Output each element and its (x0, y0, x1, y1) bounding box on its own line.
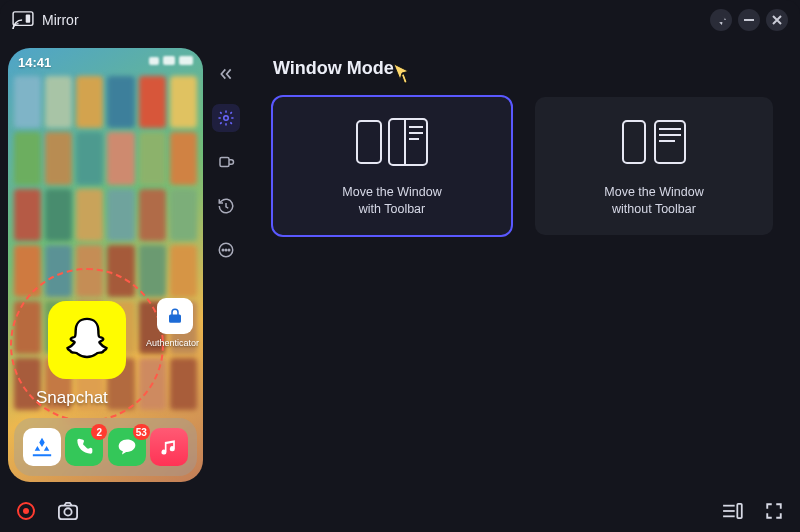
svg-rect-4 (220, 158, 229, 167)
with-toolbar-illustration (355, 114, 429, 170)
settings-title: Window Mode (273, 58, 774, 79)
app-title: Mirror (42, 12, 79, 28)
option-line2: with Toolbar (342, 201, 441, 218)
option-without-toolbar[interactable]: Move the Window without Toolbar (535, 97, 773, 235)
minimize-button[interactable] (738, 9, 760, 31)
fullscreen-button[interactable] (762, 499, 786, 523)
phone-panel: 14:41 Snapchat Authenticator (0, 40, 205, 490)
phone-badge: 2 (91, 424, 107, 440)
cast-icon (12, 11, 34, 29)
svg-point-3 (224, 116, 229, 121)
main: 14:41 Snapchat Authenticator (0, 40, 800, 490)
fullscreen-icon (765, 502, 783, 520)
collapse-button[interactable] (212, 60, 240, 88)
svg-rect-2 (744, 19, 754, 21)
svg-point-7 (225, 249, 227, 251)
without-toolbar-illustration (617, 114, 691, 170)
screenshot-button[interactable] (56, 499, 80, 523)
phone-dock: 2 53 (14, 418, 197, 476)
snapchat-ghost-icon (61, 314, 113, 366)
option-line2: without Toolbar (604, 201, 703, 218)
title-bar: Mirror (0, 0, 800, 40)
layout-icon (721, 503, 743, 519)
close-button[interactable] (766, 9, 788, 31)
gear-icon (217, 109, 235, 127)
option-line1: Move the Window (342, 184, 441, 201)
dock-app-phone[interactable]: 2 (65, 428, 103, 466)
snapchat-label: Snapchat (36, 388, 108, 408)
camera-icon (57, 501, 79, 521)
messages-badge: 53 (133, 424, 150, 440)
option-with-toolbar[interactable]: Move the Window with Toolbar (273, 97, 511, 235)
option-line1: Move the Window (604, 184, 703, 201)
bottom-bar (0, 490, 800, 532)
authenticator-app[interactable] (157, 298, 193, 334)
svg-rect-11 (389, 119, 427, 165)
display-tab[interactable] (212, 148, 240, 176)
svg-rect-10 (357, 121, 381, 163)
svg-rect-16 (623, 121, 645, 163)
phone-screen[interactable]: 14:41 Snapchat Authenticator (8, 48, 203, 482)
authenticator-label: Authenticator (146, 338, 199, 348)
phone-clock: 14:41 (18, 55, 51, 70)
history-tab[interactable] (212, 192, 240, 220)
app-brand: Mirror (12, 11, 79, 29)
dock-app-messages[interactable]: 53 (108, 428, 146, 466)
history-icon (217, 197, 235, 215)
lock-icon (166, 307, 184, 325)
window-mode-options: Move the Window with Toolbar Move the Wi… (273, 97, 774, 235)
svg-point-8 (228, 249, 230, 251)
snapchat-app[interactable] (48, 301, 126, 379)
layout-button[interactable] (720, 499, 744, 523)
settings-tab[interactable] (212, 104, 240, 132)
dock-app-music[interactable] (150, 428, 188, 466)
cup-icon (217, 153, 235, 171)
pin-button[interactable] (710, 9, 732, 31)
settings-panel: Window Mode Move the Wi (247, 40, 800, 490)
svg-point-6 (222, 249, 224, 251)
svg-point-22 (64, 508, 71, 515)
more-tab[interactable] (212, 236, 240, 264)
svg-rect-1 (26, 15, 31, 23)
phone-status-icons (149, 56, 193, 65)
dock-app-appstore[interactable] (23, 428, 61, 466)
svg-rect-26 (737, 504, 741, 518)
side-toolbar (205, 40, 247, 490)
more-icon (217, 241, 235, 259)
record-button[interactable] (14, 499, 38, 523)
svg-rect-9 (401, 74, 407, 84)
cursor-icon (391, 62, 413, 91)
